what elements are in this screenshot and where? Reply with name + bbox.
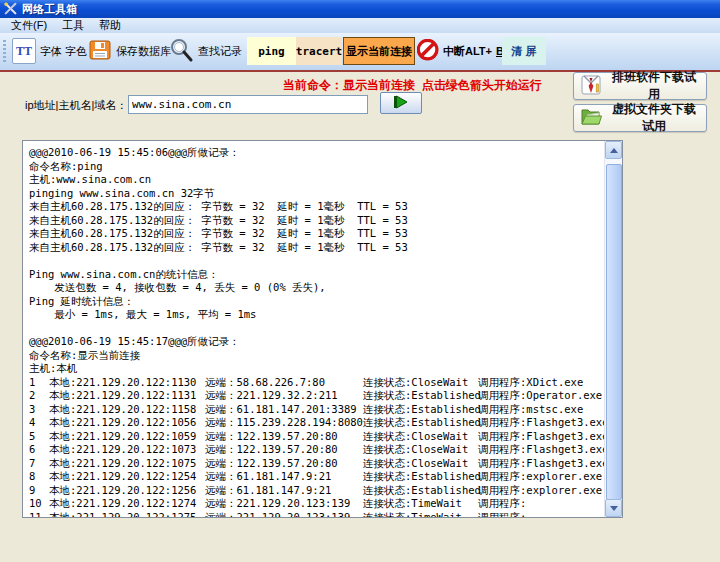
connection-remote-cell: 远端：221.129.32.2:211 [205, 389, 338, 403]
terminal-line: 发送包数 = 4, 接收包数 = 4, 丢失 = 0 (0% 丢失), [23, 281, 605, 295]
schedule-software-trial-label: 排班软件下载试用 [608, 69, 700, 103]
connection-row: 11本地:221.129.20.122:1275远端：221.129.20.12… [23, 511, 605, 519]
clear-screen-button[interactable]: 清 屏 [502, 37, 546, 65]
connection-prog-cell: 调用程序:explorer.exe [478, 470, 602, 484]
show-connections-button[interactable]: 显示当前连接 [343, 37, 415, 65]
connection-remote-cell: 远端：122.139.57.20:80 [205, 443, 338, 457]
connection-num-cell: 10 [29, 497, 42, 511]
font-color-label: 字体 字色 [40, 44, 87, 59]
terminal-line: 来自主机60.28.175.132的回应： 字节数 = 32 延时 = 1毫秒 … [23, 227, 605, 241]
connection-row: 5本地:221.129.20.122:1059远端：122.139.57.20:… [23, 430, 605, 444]
connection-local-cell: 本地:221.129.20.122:1274 [49, 497, 196, 511]
virtual-folder-trial-label: 虚拟文件夹下载试用 [608, 101, 700, 135]
tracert-button[interactable]: tracert [296, 37, 342, 65]
connection-remote-cell: 远端：221.129.20.123:139 [205, 497, 350, 511]
terminal-line: 最小 = 1ms, 最大 = 1ms, 平均 = 1ms [23, 308, 605, 322]
connection-row: 3本地:221.129.20.122:1158远端：61.181.147.201… [23, 403, 605, 417]
terminal-line [23, 322, 605, 336]
scroll-down-button[interactable] [605, 499, 622, 517]
connection-state-cell: 连接状态:TimeWait [363, 497, 462, 511]
titlebar[interactable]: 网络工具箱 [0, 0, 720, 18]
save-database-button[interactable]: 保存数据库 [88, 37, 171, 65]
connection-num-cell: 5 [29, 430, 35, 444]
output-terminal[interactable]: @@@2010-06-19 15:45:06@@@所做记录：命令名称:ping主… [22, 140, 623, 518]
run-button[interactable] [380, 92, 422, 114]
connection-local-cell: 本地:221.129.20.122:1254 [49, 470, 196, 484]
connection-row: 8本地:221.129.20.122:1254远端：61.181.147.9:2… [23, 470, 605, 484]
connection-remote-cell: 远端：115.239.228.194:8080 [205, 416, 363, 430]
connection-local-cell: 本地:221.129.20.122:1075 [49, 457, 196, 471]
terminal-line: 命令名称:显示当前连接 [23, 349, 605, 363]
terminal-scrollbar[interactable] [604, 141, 622, 517]
connection-prog-cell: 调用程序: [478, 511, 526, 519]
interrupt-label: 中断ALT+ [443, 44, 492, 59]
connection-remote-cell: 远端：61.181.147.9:21 [205, 484, 331, 498]
toolbar-grip[interactable] [3, 40, 6, 64]
find-record-label: 查找记录 [198, 44, 242, 59]
terminal-line: 来自主机60.28.175.132的回应： 字节数 = 32 延时 = 1毫秒 … [23, 241, 605, 255]
host-input-label: ip地址|主机名|域名： [25, 98, 127, 113]
font-color-button[interactable]: TT 字体 字色 [12, 37, 87, 65]
connection-num-cell: 3 [29, 403, 35, 417]
connection-prog-cell: 调用程序: [478, 497, 526, 511]
connection-prog-cell: 调用程序:Flashget3.exe [478, 430, 609, 444]
connection-remote-cell: 远端：61.181.147.201:3389 [205, 403, 357, 417]
scroll-up-button[interactable] [605, 141, 622, 159]
connection-state-cell: 连接状态:TimeWait [363, 511, 462, 519]
menu-help[interactable]: 帮助 [96, 18, 124, 33]
terminal-line: 主机:www.sina.com.cn [23, 173, 605, 187]
terminal-content: @@@2010-06-19 15:45:06@@@所做记录：命令名称:ping主… [23, 146, 605, 517]
terminal-line: 来自主机60.28.175.132的回应： 字节数 = 32 延时 = 1毫秒 … [23, 200, 605, 214]
schedule-software-trial-button[interactable]: 排班软件下载试用 [573, 72, 707, 100]
scrollbar-thumb[interactable] [606, 164, 622, 500]
connection-prog-cell: 调用程序:mstsc.exe [478, 403, 583, 417]
connection-prog-cell: 调用程序:Flashget3.exe [478, 416, 609, 430]
menu-tools[interactable]: 工具 [59, 18, 87, 33]
connection-state-cell: 连接状态:Established [363, 403, 481, 417]
ping-button[interactable]: ping [247, 37, 296, 65]
find-record-button[interactable]: 查找记录 [168, 37, 242, 65]
connection-num-cell: 2 [29, 389, 35, 403]
connection-num-cell: 6 [29, 443, 35, 457]
font-icon: TT [12, 38, 36, 64]
connection-remote-cell: 远端：61.181.147.9:21 [205, 470, 331, 484]
connection-row: 4本地:221.129.20.122:1056远端：115.239.228.19… [23, 416, 605, 430]
connection-state-cell: 连接状态:Established [363, 470, 481, 484]
terminal-line: @@@2010-06-19 15:45:06@@@所做记录： [23, 146, 605, 160]
app-window: 网络工具箱 文件(F) 工具 帮助 TT 字体 字色 保存数 [0, 0, 720, 562]
menu-file[interactable]: 文件(F) [8, 18, 50, 33]
connection-num-cell: 7 [29, 457, 35, 471]
host-input[interactable] [128, 95, 368, 114]
connection-local-cell: 本地:221.129.20.122:1073 [49, 443, 196, 457]
connection-state-cell: 连接状态:CloseWait [363, 430, 468, 444]
connection-local-cell: 本地:221.129.20.122:1131 [49, 389, 196, 403]
interrupt-button[interactable]: 中断ALT+B [417, 37, 504, 65]
connection-remote-cell: 远端：221.129.20.123:139 [205, 511, 350, 519]
connection-num-cell: 11 [29, 511, 42, 519]
connection-state-cell: 连接状态:CloseWait [363, 376, 468, 390]
window-title: 网络工具箱 [22, 2, 77, 17]
connection-prog-cell: 调用程序:explorer.exe [478, 484, 602, 498]
virtual-folder-trial-button[interactable]: 虚拟文件夹下载试用 [573, 104, 707, 132]
connection-local-cell: 本地:221.129.20.122:1056 [49, 416, 196, 430]
connection-state-cell: 连接状态:CloseWait [363, 443, 468, 457]
connection-state-cell: 连接状态:Established [363, 484, 481, 498]
connection-row: 2本地:221.129.20.122:1131远端：221.129.32.2:2… [23, 389, 605, 403]
connection-state-cell: 连接状态:Established [363, 389, 481, 403]
connection-row: 1本地:221.129.20.122:1130远端：58.68.226.7:80… [23, 376, 605, 390]
connection-num-cell: 1 [29, 376, 35, 390]
connection-local-cell: 本地:221.129.20.122:1275 [49, 511, 196, 519]
connection-remote-cell: 远端：122.139.57.20:80 [205, 457, 338, 471]
connection-row: 6本地:221.129.20.122:1073远端：122.139.57.20:… [23, 443, 605, 457]
terminal-line: Ping www.sina.com.cn的统计信息： [23, 268, 605, 282]
connection-num-cell: 8 [29, 470, 35, 484]
connection-state-cell: 连接状态:CloseWait [363, 457, 468, 471]
green-folder-icon [580, 106, 602, 131]
terminal-line: 命令名称:ping [23, 160, 605, 174]
connection-remote-cell: 远端：58.68.226.7:80 [205, 376, 325, 390]
terminal-line: 主机:本机 [23, 362, 605, 376]
connection-prog-cell: 调用程序:XDict.exe [478, 376, 583, 390]
connection-row: 10本地:221.129.20.122:1274远端：221.129.20.12… [23, 497, 605, 511]
toolbar: TT 字体 字色 保存数据库 [0, 33, 720, 72]
connection-prog-cell: 调用程序:Flashget3.exe [478, 443, 609, 457]
